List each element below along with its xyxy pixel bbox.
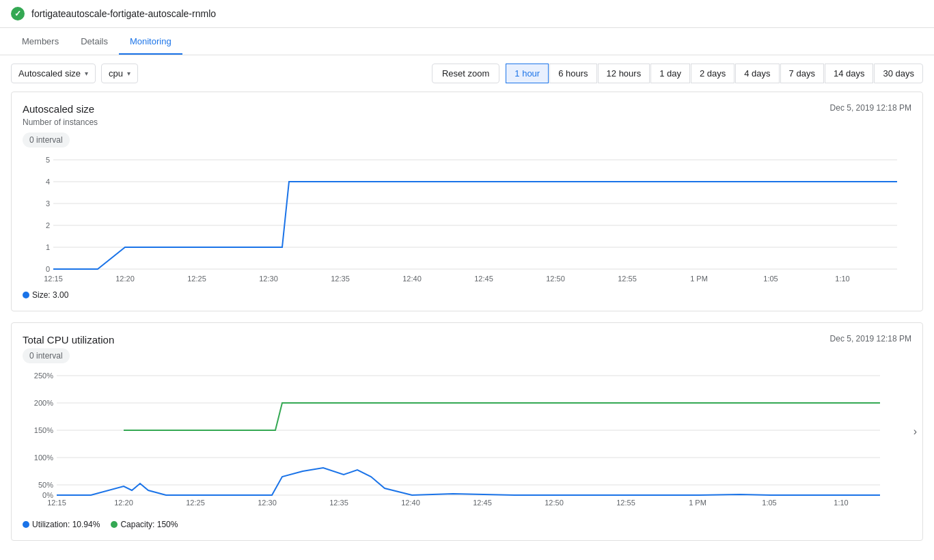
time-btn-4days[interactable]: 4 days bbox=[735, 64, 779, 83]
svg-text:12:35: 12:35 bbox=[329, 499, 348, 507]
svg-text:3: 3 bbox=[46, 199, 50, 208]
svg-text:100%: 100% bbox=[34, 453, 53, 462]
svg-text:12:55: 12:55 bbox=[618, 275, 637, 283]
time-btn-6hours[interactable]: 6 hours bbox=[549, 64, 596, 83]
svg-text:12:50: 12:50 bbox=[545, 499, 564, 507]
chart1-svg-wrap: 5 4 3 2 1 0 12:15 12:20 12:25 12:30 12:3… bbox=[23, 153, 911, 286]
svg-text:2: 2 bbox=[46, 221, 50, 229]
time-btn-7days[interactable]: 7 days bbox=[780, 64, 824, 83]
svg-text:0: 0 bbox=[46, 265, 50, 273]
reset-zoom-button[interactable]: Reset zoom bbox=[432, 64, 499, 83]
svg-text:4: 4 bbox=[46, 178, 50, 186]
svg-text:5: 5 bbox=[46, 156, 50, 164]
chart2-svg: 250% 200% 150% 100% 50% 0% 12:15 12:20 1… bbox=[23, 369, 887, 516]
autoscaled-size-chart-panel: Autoscaled size Number of instances Dec … bbox=[11, 92, 923, 311]
time-btn-12hours[interactable]: 12 hours bbox=[598, 64, 650, 83]
tab-bar: Members Details Monitoring bbox=[0, 28, 934, 55]
svg-text:12:40: 12:40 bbox=[401, 499, 420, 507]
svg-text:1 PM: 1 PM bbox=[689, 499, 706, 507]
time-btn-1day[interactable]: 1 day bbox=[650, 64, 690, 83]
chart1-legend: Size: 3.00 bbox=[23, 290, 911, 300]
tab-members[interactable]: Members bbox=[11, 28, 70, 55]
chevron-right-icon[interactable]: › bbox=[914, 425, 917, 438]
svg-text:1:10: 1:10 bbox=[834, 499, 848, 507]
chart2-legend-capacity: Capacity: 150% bbox=[111, 520, 178, 529]
tab-monitoring[interactable]: Monitoring bbox=[119, 28, 182, 55]
chart1-interval-badge: 0 interval bbox=[23, 132, 70, 148]
svg-text:12:25: 12:25 bbox=[187, 275, 206, 283]
chart1-title: Autoscaled size bbox=[23, 103, 911, 115]
svg-text:12:55: 12:55 bbox=[616, 499, 635, 507]
svg-text:12:25: 12:25 bbox=[186, 499, 205, 507]
tab-details[interactable]: Details bbox=[70, 28, 119, 55]
page-title: fortigateautoscale-fortigate-autoscale-r… bbox=[31, 8, 216, 19]
svg-text:12:30: 12:30 bbox=[259, 275, 278, 283]
chart2-title: Total CPU utilization bbox=[23, 334, 911, 346]
svg-text:12:45: 12:45 bbox=[473, 499, 492, 507]
svg-text:150%: 150% bbox=[34, 426, 53, 434]
chart2-interval-badge: 0 interval bbox=[23, 348, 70, 363]
svg-text:1: 1 bbox=[46, 243, 50, 251]
time-btn-1hour[interactable]: 1 hour bbox=[506, 64, 549, 83]
chart1-svg: 5 4 3 2 1 0 12:15 12:20 12:25 12:30 12:3… bbox=[23, 153, 907, 286]
time-btn-14days[interactable]: 14 days bbox=[825, 64, 874, 83]
svg-text:200%: 200% bbox=[34, 399, 53, 407]
svg-text:250%: 250% bbox=[34, 372, 53, 380]
time-btn-30days[interactable]: 30 days bbox=[874, 64, 923, 83]
chart2-timestamp: Dec 5, 2019 12:18 PM bbox=[830, 334, 911, 344]
svg-text:50%: 50% bbox=[38, 481, 53, 489]
svg-text:12:15: 12:15 bbox=[44, 275, 63, 283]
chart2-legend-utilization: Utilization: 10.94% bbox=[23, 520, 100, 529]
toolbar: Autoscaled size ▾ cpu ▾ Reset zoom 1 hou… bbox=[0, 55, 934, 92]
svg-text:1:05: 1:05 bbox=[763, 275, 778, 283]
cpu-dropdown[interactable]: cpu ▾ bbox=[101, 64, 138, 83]
svg-text:12:15: 12:15 bbox=[47, 499, 66, 507]
svg-text:1:10: 1:10 bbox=[835, 275, 849, 283]
svg-text:12:35: 12:35 bbox=[331, 275, 350, 283]
autoscaled-size-dropdown[interactable]: Autoscaled size ▾ bbox=[11, 64, 96, 83]
svg-text:12:45: 12:45 bbox=[474, 275, 493, 283]
chevron-down-icon: ▾ bbox=[127, 70, 131, 77]
check-circle-icon bbox=[11, 7, 25, 20]
cpu-utilization-chart-panel: Total CPU utilization Dec 5, 2019 12:18 … bbox=[11, 322, 923, 541]
chart2-legend: Utilization: 10.94% Capacity: 150% bbox=[23, 520, 911, 529]
chart2-svg-wrap: 250% 200% 150% 100% 50% 0% 12:15 12:20 1… bbox=[23, 369, 911, 516]
svg-text:12:40: 12:40 bbox=[402, 275, 422, 283]
chart1-legend-size: Size: 3.00 bbox=[23, 290, 68, 300]
chart2-utilization-dot bbox=[23, 521, 29, 528]
svg-text:12:30: 12:30 bbox=[258, 499, 277, 507]
chart1-subtitle: Number of instances bbox=[23, 117, 911, 127]
svg-text:1 PM: 1 PM bbox=[690, 275, 708, 283]
chart1-timestamp: Dec 5, 2019 12:18 PM bbox=[830, 103, 911, 113]
charts-container: Autoscaled size Number of instances Dec … bbox=[0, 92, 934, 560]
time-range-controls: Reset zoom 1 hour 6 hours 12 hours 1 day… bbox=[432, 64, 923, 83]
time-btn-2days[interactable]: 2 days bbox=[691, 64, 734, 83]
chart2-capacity-dot bbox=[111, 521, 118, 528]
chart1-legend-dot bbox=[23, 292, 29, 298]
svg-text:12:20: 12:20 bbox=[114, 499, 133, 507]
header: fortigateautoscale-fortigate-autoscale-r… bbox=[0, 0, 934, 28]
filter-dropdowns: Autoscaled size ▾ cpu ▾ bbox=[11, 64, 138, 83]
chevron-down-icon: ▾ bbox=[85, 70, 88, 77]
svg-text:12:50: 12:50 bbox=[546, 275, 565, 283]
svg-text:1:05: 1:05 bbox=[762, 499, 776, 507]
svg-text:12:20: 12:20 bbox=[115, 275, 135, 283]
